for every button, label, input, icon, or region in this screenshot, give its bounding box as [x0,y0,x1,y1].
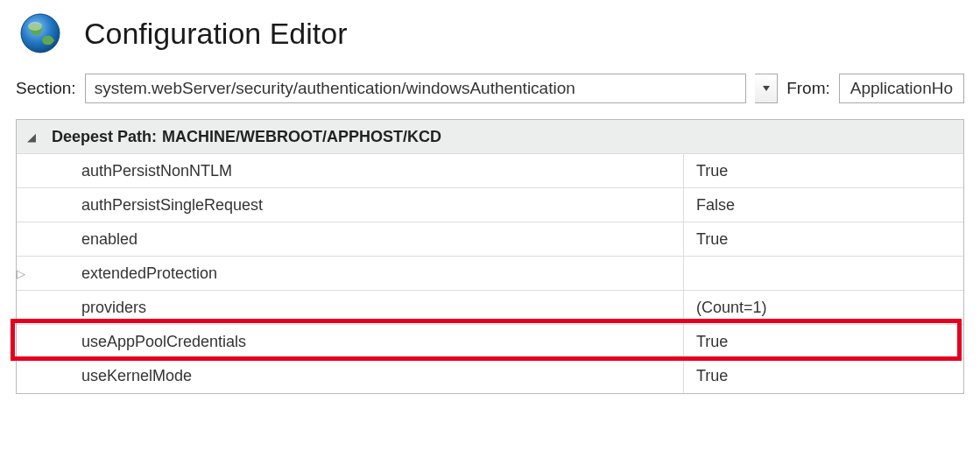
svg-point-1 [28,22,42,31]
table-row[interactable]: ▷ extendedProtection [17,257,963,291]
header-path: MACHINE/WEBROOT/APPHOST/KCD [162,128,441,146]
chevron-down-icon [763,86,770,91]
table-row[interactable]: authPersistNonNTLM True [17,154,963,188]
svg-point-0 [21,14,60,53]
collapse-icon[interactable]: ◢ [17,130,46,144]
property-name: enabled [46,230,683,249]
section-value: system.webServer/security/authentication… [95,79,575,98]
property-name: useAppPoolCredentials [46,333,683,351]
property-value[interactable]: True [683,222,963,256]
table-row[interactable]: providers (Count=1) [17,291,963,325]
table-row[interactable]: enabled True [17,222,963,257]
property-name: providers [46,299,683,317]
table-row[interactable]: authPersistSingleRequest False [17,188,963,222]
section-dropdown-button[interactable] [755,74,778,103]
expand-icon[interactable]: ▷ [17,267,46,280]
from-combobox[interactable]: ApplicationHo [839,74,964,103]
header-prefix: Deepest Path: [52,128,157,146]
property-value[interactable]: True [683,359,963,393]
property-value[interactable]: True [683,325,963,358]
property-value[interactable]: True [683,154,963,187]
from-value: ApplicationHo [850,79,953,98]
table-row[interactable]: useKernelMode True [17,359,963,393]
property-grid: ◢ Deepest Path: MACHINE/WEBROOT/APPHOST/… [16,119,964,394]
property-value[interactable]: False [683,188,963,222]
globe-icon [16,9,65,58]
property-name: authPersistSingleRequest [46,196,683,215]
property-name: useKernelMode [46,367,683,385]
property-value[interactable]: (Count=1) [683,291,963,324]
from-label: From: [786,79,830,98]
property-name: authPersistNonNTLM [46,162,683,180]
property-name: extendedProtection [46,264,683,283]
table-row[interactable]: useAppPoolCredentials True [17,325,963,359]
section-label: Section: [16,79,76,98]
page-title: Configuration Editor [84,17,348,51]
section-combobox[interactable]: system.webServer/security/authentication… [85,74,746,103]
grid-header-row[interactable]: ◢ Deepest Path: MACHINE/WEBROOT/APPHOST/… [17,120,963,154]
property-value[interactable] [683,257,963,290]
